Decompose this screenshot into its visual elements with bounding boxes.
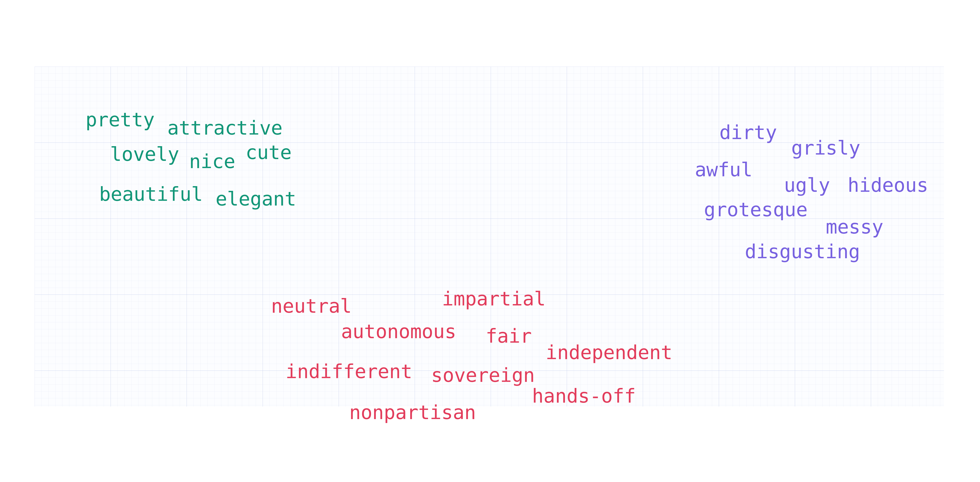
word-neutral-neutral: neutral — [271, 296, 352, 316]
word-negative-grotesque: grotesque — [704, 200, 808, 219]
word-negative-ugly: ugly — [784, 175, 830, 195]
word-neutral-autonomous: autonomous — [341, 322, 456, 341]
word-neutral-nonpartisan: nonpartisan — [349, 403, 476, 422]
word-negative-dirty: dirty — [719, 123, 777, 142]
embedding-canvas: prettyattractivelovelynicecutebeautifule… — [0, 17, 980, 465]
word-positive-pretty: pretty — [86, 110, 154, 129]
word-positive-beautiful: beautiful — [99, 185, 203, 204]
word-positive-elegant: elegant — [216, 189, 296, 208]
word-neutral-fair: fair — [486, 326, 532, 346]
word-negative-disgusting: disgusting — [745, 242, 860, 261]
word-positive-lovely: lovely — [110, 145, 179, 164]
word-negative-grisly: grisly — [791, 138, 861, 157]
word-negative-awful: awful — [695, 160, 752, 179]
word-neutral-sovereign: sovereign — [431, 366, 535, 385]
word-neutral-handsoff: hands-off — [532, 387, 636, 406]
word-negative-hideous: hideous — [848, 175, 928, 195]
word-neutral-indifferent: indifferent — [286, 362, 412, 381]
word-negative-messy: messy — [826, 217, 883, 237]
word-neutral-independent: independent — [546, 343, 672, 362]
word-positive-cute: cute — [246, 143, 292, 162]
word-neutral-impartial: impartial — [442, 289, 546, 309]
word-positive-nice: nice — [189, 152, 235, 171]
word-positive-attractive: attractive — [167, 118, 283, 138]
